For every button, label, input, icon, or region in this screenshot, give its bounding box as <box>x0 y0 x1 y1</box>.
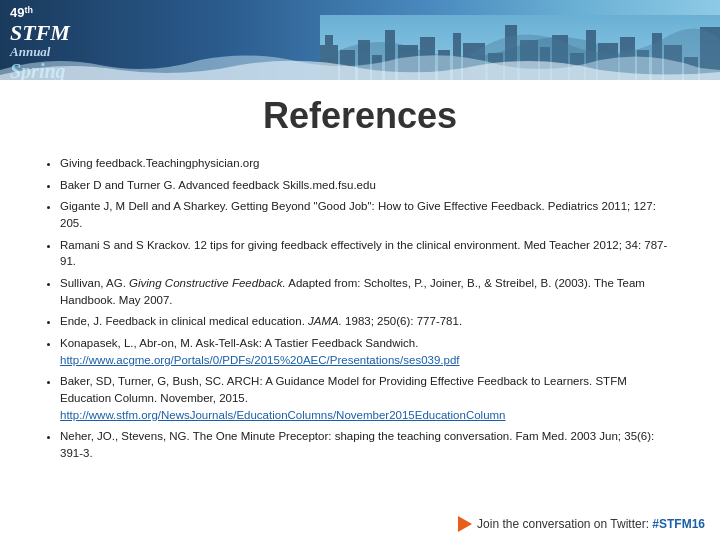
list-item: Baker D and Turner G. Advanced feedback … <box>60 177 680 194</box>
svg-rect-20 <box>620 37 635 80</box>
logo-stfm-text: STFM <box>10 22 89 44</box>
list-item: Ende, J. Feedback in clinical medical ed… <box>60 313 680 330</box>
list-item: Neher, JO., Stevens, NG. The One Minute … <box>60 428 680 461</box>
logo-spring-text: Spring <box>10 61 89 80</box>
svg-rect-22 <box>652 33 662 80</box>
ref-7-link[interactable]: http://www.acgme.org/Portals/0/PDFs/2015… <box>60 354 460 366</box>
references-list: Giving feedback.Teachingphysician.org Ba… <box>40 155 680 462</box>
ref-1-text: Giving feedback.Teachingphysician.org <box>60 157 259 169</box>
svg-rect-7 <box>398 45 418 80</box>
svg-rect-5 <box>372 55 382 80</box>
play-icon <box>458 516 472 532</box>
city-skyline <box>320 15 720 80</box>
page-title: References <box>40 95 680 137</box>
svg-rect-10 <box>453 33 461 80</box>
ref-3-text: Gigante J, M Dell and A Sharkey. Getting… <box>60 200 656 229</box>
svg-rect-18 <box>586 30 596 80</box>
list-item: Giving feedback.Teachingphysician.org <box>60 155 680 172</box>
list-item: Sullivan, AG. Giving Constructive Feedba… <box>60 275 680 308</box>
svg-rect-24 <box>684 57 698 80</box>
svg-rect-23 <box>664 45 682 80</box>
svg-rect-3 <box>340 50 355 80</box>
list-item: Gigante J, M Dell and A Sharkey. Getting… <box>60 198 680 231</box>
list-item: Ramani S and S Krackov. 12 tips for givi… <box>60 237 680 270</box>
ref-4-text: Ramani S and S Krackov. 12 tips for givi… <box>60 239 667 268</box>
svg-rect-8 <box>420 37 435 80</box>
list-item: Baker, SD, Turner, G, Bush, SC. ARCH: A … <box>60 373 680 423</box>
header-banner: 49th STFM Annual Spring conference <box>0 0 720 80</box>
svg-rect-2 <box>325 35 333 80</box>
ref-5-italic: Giving Constructive Feedback. <box>129 277 286 289</box>
list-item: Konapasek, L., Abr-on, M. Ask-Tell-Ask: … <box>60 335 680 368</box>
footer: Join the conversation on Twitter: #STFM1… <box>458 516 705 532</box>
ref-8-link[interactable]: http://www.stfm.org/NewsJournals/Educati… <box>60 409 506 421</box>
logo-annual-text: Annual <box>10 44 89 61</box>
footer-join-label: Join the conversation on Twitter: <box>477 517 652 531</box>
footer-hashtag: #STFM16 <box>652 517 705 531</box>
stfm-logo: 49th STFM Annual Spring conference <box>10 5 89 80</box>
svg-rect-13 <box>505 25 517 80</box>
svg-rect-9 <box>438 50 450 80</box>
svg-rect-12 <box>488 53 503 80</box>
svg-rect-17 <box>570 53 584 80</box>
svg-rect-15 <box>540 47 550 80</box>
svg-rect-1 <box>320 45 338 80</box>
ref-6-italic: JAMA. <box>308 315 342 327</box>
main-content: References Giving feedback.Teachingphysi… <box>0 80 720 477</box>
ref-9-text: Neher, JO., Stevens, NG. The One Minute … <box>60 430 654 459</box>
ref-2-text: Baker D and Turner G. Advanced feedback … <box>60 179 376 191</box>
footer-join-text: Join the conversation on Twitter: #STFM1… <box>477 517 705 531</box>
svg-rect-6 <box>385 30 395 80</box>
svg-rect-21 <box>637 50 649 80</box>
